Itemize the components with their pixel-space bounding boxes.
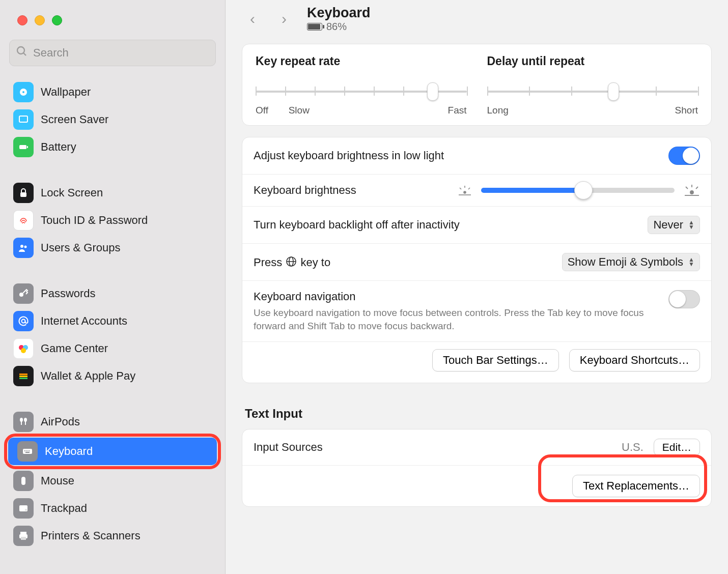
slider-max-label: Short: [675, 105, 698, 116]
svg-rect-27: [21, 477, 25, 485]
backlight-off-label: Turn keyboard backlight off after inacti…: [254, 218, 460, 232]
sidebar-item-battery[interactable]: Battery: [4, 133, 221, 161]
brightness-label: Keyboard brightness: [254, 184, 356, 197]
sidebar-item-passwords[interactable]: Passwords: [4, 280, 221, 307]
sidebar-item-airpods[interactable]: AirPods: [4, 408, 221, 436]
svg-point-38: [690, 191, 693, 194]
dropdown-value: Never: [653, 218, 683, 232]
page-title: Keyboard: [307, 5, 371, 21]
trackpad-icon: [13, 498, 34, 519]
slider-slow-label: Slow: [289, 105, 310, 116]
brightness-slider[interactable]: [458, 184, 700, 196]
svg-line-41: [696, 187, 698, 189]
text-replacements-button[interactable]: Text Replacements…: [572, 475, 700, 497]
sidebar-item-users-groups[interactable]: Users & Groups: [4, 234, 221, 262]
text-input-panel: Input Sources U.S. Edit… Text Replacemen…: [242, 429, 712, 507]
sidebar-item-label: Users & Groups: [41, 241, 121, 254]
svg-point-8: [20, 245, 23, 248]
svg-point-11: [22, 320, 25, 323]
svg-rect-21: [25, 421, 26, 425]
sidebar-item-lock-screen[interactable]: Lock Screen: [4, 179, 221, 207]
minimize-window-button[interactable]: [35, 15, 45, 25]
sidebar-item-wallet-apple-pay[interactable]: Wallet & Apple Pay: [4, 362, 221, 390]
key-repeat-panel: Key repeat rate: [242, 44, 712, 126]
backlight-off-dropdown[interactable]: Never ▲▼: [648, 216, 700, 234]
sidebar-item-label: Internet Accounts: [41, 314, 127, 328]
svg-rect-25: [29, 450, 30, 451]
zoom-window-button[interactable]: [52, 15, 62, 25]
svg-rect-4: [19, 116, 27, 122]
sidebar-item-label: Printers & Scanners: [41, 529, 141, 542]
battery-percentage: 86%: [326, 21, 347, 33]
sidebar-highlight-ring: Keyboard: [4, 434, 221, 469]
sidebar-item-mouse[interactable]: Mouse: [4, 467, 221, 495]
game-center-icon: [13, 338, 34, 359]
key-repeat-rate-slider[interactable]: Key repeat rate: [256, 54, 467, 116]
updown-icon: ▲▼: [688, 257, 694, 267]
sidebar-item-keyboard[interactable]: Keyboard: [8, 438, 217, 465]
touch-bar-settings-button[interactable]: Touch Bar Settings…: [432, 349, 559, 371]
sidebar-item-internet-accounts[interactable]: Internet Accounts: [4, 307, 221, 335]
key-icon: [13, 283, 34, 304]
sidebar-item-touch-id[interactable]: Touch ID & Password: [4, 207, 221, 234]
airpods-icon: [13, 412, 34, 432]
svg-rect-5: [19, 145, 26, 149]
globe-icon: [285, 255, 297, 268]
slider-knob[interactable]: [427, 82, 438, 101]
svg-rect-23: [24, 450, 25, 451]
nav-forward-button[interactable]: ›: [275, 10, 293, 27]
keyboard-settings-panel: Adjust keyboard brightness in low light …: [242, 137, 712, 383]
printer-icon: [13, 526, 34, 546]
svg-line-1: [23, 53, 26, 55]
sidebar-item-wallpaper[interactable]: Wallpaper: [4, 78, 221, 106]
auto-brightness-toggle[interactable]: [668, 147, 700, 165]
svg-point-0: [17, 47, 24, 54]
search-field[interactable]: [9, 40, 216, 66]
svg-point-3: [22, 91, 24, 93]
auto-brightness-label: Adjust keyboard brightness in low light: [254, 149, 444, 162]
sidebar-item-label: Wallet & Apple Pay: [41, 369, 135, 383]
globe-key-label: Press key to: [254, 255, 330, 269]
svg-line-35: [460, 188, 461, 189]
svg-rect-26: [25, 452, 30, 453]
delay-until-repeat-slider[interactable]: Delay until repeat Long: [487, 54, 698, 116]
close-window-button[interactable]: [17, 15, 27, 25]
slider-knob[interactable]: [574, 181, 593, 199]
svg-point-10: [19, 293, 23, 297]
sidebar-item-label: Battery: [41, 140, 76, 154]
sidebar-item-label: Game Center: [41, 342, 108, 355]
svg-point-14: [21, 348, 26, 353]
sidebar-item-screen-saver[interactable]: Screen Saver: [4, 106, 221, 133]
svg-rect-32: [21, 537, 26, 540]
sidebar-item-label: Mouse: [41, 474, 74, 487]
window-controls: [0, 0, 225, 40]
sidebar-item-game-center[interactable]: Game Center: [4, 335, 221, 362]
battery-icon: [307, 23, 322, 31]
slider-knob[interactable]: [608, 82, 619, 101]
svg-rect-16: [19, 376, 27, 377]
keyboard-shortcuts-button[interactable]: Keyboard Shortcuts…: [569, 349, 700, 371]
sidebar-item-label: Trackpad: [41, 502, 87, 515]
sidebar-item-label: Screen Saver: [41, 113, 108, 126]
sidebar-list[interactable]: Wallpaper Screen Saver Battery Lock Sc: [0, 73, 225, 574]
sidebar-item-label: Keyboard: [45, 445, 93, 458]
globe-key-dropdown[interactable]: Show Emoji & Symbols ▲▼: [562, 253, 700, 271]
sidebar-item-label: Passwords: [41, 287, 96, 300]
sidebar-item-printers-scanners[interactable]: Printers & Scanners: [4, 522, 221, 550]
nav-back-button[interactable]: ‹: [244, 10, 261, 27]
slider-label: Key repeat rate: [256, 54, 467, 68]
screen-saver-icon: [13, 109, 34, 130]
keyboard-icon: [17, 441, 38, 462]
svg-rect-7: [20, 192, 26, 197]
keyboard-navigation-toggle[interactable]: [668, 290, 700, 308]
edit-input-sources-button[interactable]: Edit…: [654, 439, 700, 456]
fingerprint-icon: [13, 210, 34, 231]
svg-point-9: [24, 246, 27, 248]
search-input[interactable]: [33, 46, 209, 60]
sidebar-item-trackpad[interactable]: Trackpad: [4, 495, 221, 522]
svg-rect-17: [19, 378, 27, 379]
sidebar-item-label: AirPods: [41, 415, 80, 428]
svg-point-29: [25, 509, 27, 511]
svg-line-40: [686, 187, 688, 189]
svg-rect-15: [19, 374, 27, 375]
